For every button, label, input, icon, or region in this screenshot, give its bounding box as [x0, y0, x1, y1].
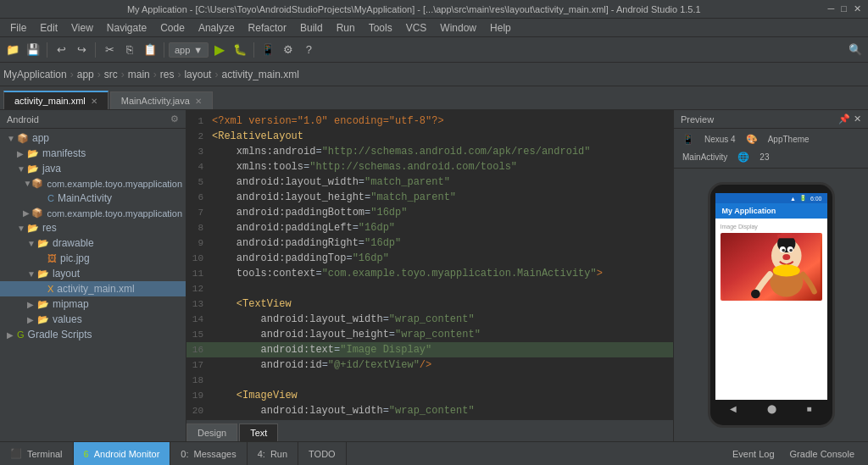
minimize-btn[interactable]: ─: [828, 3, 835, 14]
preview-panel: Preview 📌 ✕ 📱 Nexus 4 🎨 AppTheme MainAct…: [673, 110, 868, 441]
phone-home-btn[interactable]: ⬤: [767, 404, 776, 413]
toolbar-cut-btn[interactable]: ✂: [100, 41, 119, 59]
code-line-20: 20 android:layout_width="wrap_content": [186, 403, 673, 418]
tree-item-drawable[interactable]: ▼ 📂 drawable: [0, 235, 186, 251]
title-text: My Application - [C:\Users\Toyo\AndroidS…: [7, 4, 821, 14]
breadcrumb-layout[interactable]: layout: [184, 69, 211, 80]
breadcrumb-app[interactable]: MyApplication: [3, 69, 67, 80]
bottom-tab-terminal[interactable]: ⬛ Terminal: [0, 442, 74, 465]
tree-item-pic[interactable]: ▶ 🖼 pic.jpg: [0, 251, 186, 266]
preview-header-label: Preview: [681, 114, 714, 125]
menu-vcs[interactable]: VCS: [399, 20, 434, 36]
folder-icon-java: 📂: [27, 163, 39, 174]
bottom-bar: ⬛ Terminal 6 Android Monitor 0: Messages…: [0, 441, 868, 465]
toolbar-copy-btn[interactable]: ⎘: [120, 41, 139, 59]
breadcrumb-src[interactable]: src: [104, 69, 118, 80]
menu-file[interactable]: File: [3, 20, 33, 36]
tree-item-gradle-scripts[interactable]: ▶ G Gradle Scripts: [0, 327, 186, 342]
tree-item-values[interactable]: ▶ 📂 values: [0, 312, 186, 327]
preview-activity-label[interactable]: MainActivity: [679, 151, 731, 163]
project-tree: ▼ 📦 app ▶ 📂 manifests ▼ 📂 java ▼: [0, 129, 186, 441]
toolbar-open-btn[interactable]: 📁: [3, 41, 22, 59]
preview-close-icon[interactable]: ✕: [854, 113, 861, 125]
preview-locale-icon[interactable]: 🌐: [734, 150, 753, 164]
bottom-tab-todo[interactable]: TODO: [298, 442, 347, 465]
breadcrumb-main[interactable]: main: [128, 69, 150, 80]
bottom-tab-android-monitor[interactable]: 6 Android Monitor: [74, 442, 171, 465]
code-line-12: 12: [186, 281, 673, 296]
editor-tab-text[interactable]: Text: [239, 423, 278, 441]
tree-arrow-package-main: ▼: [23, 179, 31, 188]
breadcrumb-res[interactable]: res: [160, 69, 175, 80]
menu-window[interactable]: Window: [433, 20, 483, 36]
toolbar-redo-btn[interactable]: ↪: [72, 41, 91, 59]
tree-label-pic: pic.jpg: [60, 252, 90, 264]
tab-main-activity[interactable]: MainActivity.java ✕: [110, 91, 213, 109]
close-btn[interactable]: ✕: [854, 3, 861, 14]
bottom-tab-run[interactable]: 4: Run: [248, 442, 298, 465]
terminal-icon: ⬛: [10, 448, 22, 459]
tree-item-app[interactable]: ▼ 📦 app: [0, 130, 186, 146]
sdk-btn[interactable]: ⚙: [279, 41, 298, 59]
tree-item-mainactivity[interactable]: ▶ C MainActivity: [0, 191, 186, 206]
preview-device-btn[interactable]: 📱: [679, 132, 698, 147]
tree-item-manifests[interactable]: ▶ 📂 manifests: [0, 146, 186, 161]
breadcrumb-module[interactable]: app: [77, 69, 94, 80]
preview-pin-icon[interactable]: 📌: [838, 113, 850, 125]
bottom-tab-terminal-label: Terminal: [27, 449, 63, 459]
breadcrumb-file[interactable]: activity_main.xml: [221, 69, 298, 80]
menu-run[interactable]: Run: [330, 20, 362, 36]
tree-arrow-mipmap: ▶: [27, 300, 37, 309]
tree-item-layout[interactable]: ▼ 📂 layout: [0, 266, 186, 281]
tree-item-package-main[interactable]: ▼ 📦 com.example.toyo.myapplication: [0, 176, 186, 191]
svg-point-5: [782, 249, 785, 252]
gradle-console-btn[interactable]: Gradle Console: [783, 447, 861, 461]
preview-api-label[interactable]: 23: [756, 151, 772, 163]
tab-main-activity-close-icon[interactable]: ✕: [195, 97, 202, 106]
debug-btn[interactable]: 🐛: [231, 41, 249, 59]
tree-item-activity-main-xml[interactable]: ▶ X activity_main.xml: [0, 281, 186, 296]
menu-build[interactable]: Build: [293, 20, 330, 36]
tree-item-mipmap[interactable]: ▶ 📂 mipmap: [0, 296, 186, 312]
toolbar-save-btn[interactable]: 💾: [24, 41, 42, 59]
phone-status-bar: ▲ 🔋 6:00: [715, 193, 827, 203]
code-area[interactable]: 1 <?xml version="1.0" encoding="utf-8"?>…: [186, 110, 673, 419]
menu-help[interactable]: Help: [483, 20, 518, 36]
run-btn[interactable]: ▶: [210, 41, 229, 59]
toolbar-undo-btn[interactable]: ↩: [52, 41, 70, 59]
menu-tools[interactable]: Tools: [362, 20, 399, 36]
phone-recent-btn[interactable]: ■: [807, 404, 812, 413]
phone-frame: ▲ 🔋 6:00 My Application Image Display: [708, 182, 835, 428]
preview-device-label[interactable]: Nexus 4: [701, 133, 739, 146]
phone-back-btn[interactable]: ◀: [730, 404, 737, 413]
search-toolbar-btn[interactable]: 🔍: [846, 41, 865, 59]
event-log-btn[interactable]: Event Log: [726, 447, 782, 461]
tab-activity-close-icon[interactable]: ✕: [91, 97, 97, 106]
menu-view[interactable]: View: [64, 20, 100, 36]
preview-theme-icon[interactable]: 🎨: [743, 132, 761, 147]
bottom-tab-messages-label: Messages: [194, 449, 236, 459]
tree-item-package-test[interactable]: ▶ 📦 com.example.toyo.myapplication: [0, 206, 186, 220]
preview-toolbar: 📱 Nexus 4 🎨 AppTheme MainActivity 🌐 23: [674, 129, 868, 169]
phone-screen: ▲ 🔋 6:00 My Application Image Display: [715, 193, 827, 400]
tab-activity-main[interactable]: activity_main.xml ✕: [3, 91, 108, 109]
menu-refactor[interactable]: Refactor: [242, 20, 293, 36]
help-toolbar-btn[interactable]: ?: [299, 41, 318, 59]
avd-btn[interactable]: 📱: [259, 41, 277, 59]
app-dropdown[interactable]: app ▼: [169, 42, 209, 58]
tree-item-res[interactable]: ▼ 📂 res: [0, 220, 186, 235]
preview-theme-label[interactable]: AppTheme: [765, 133, 813, 146]
package-icon-main: 📦: [31, 178, 43, 189]
title-bar: My Application - [C:\Users\Toyo\AndroidS…: [0, 0, 868, 19]
menu-analyze[interactable]: Analyze: [192, 20, 242, 36]
menu-edit[interactable]: Edit: [33, 20, 64, 36]
editor-tab-design[interactable]: Design: [186, 423, 237, 441]
menu-navigate[interactable]: Navigate: [100, 20, 153, 36]
code-line-13: 13 <TextView: [186, 296, 673, 312]
maximize-btn[interactable]: □: [841, 3, 847, 14]
menu-code[interactable]: Code: [153, 20, 192, 36]
toolbar-paste-btn[interactable]: 📋: [141, 41, 159, 59]
bottom-tab-todo-label: TODO: [309, 449, 336, 459]
bottom-tab-messages[interactable]: 0: Messages: [170, 442, 247, 465]
tree-item-java[interactable]: ▼ 📂 java: [0, 161, 186, 176]
